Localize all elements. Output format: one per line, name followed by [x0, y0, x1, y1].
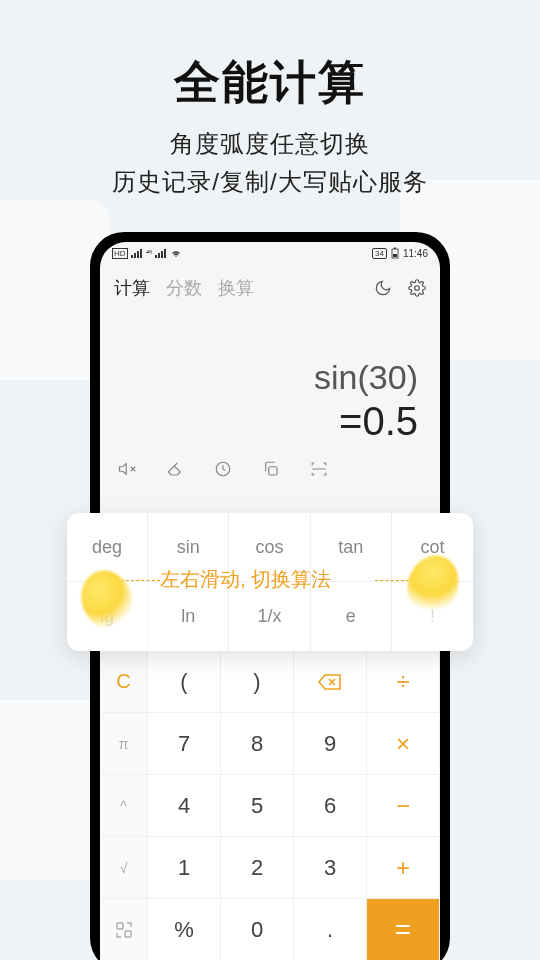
keypad: C ( ) ÷ π 7 8 9 × ^ 4 5 6 − √ 1 2 3 + % …: [100, 650, 440, 960]
key-8[interactable]: 8: [221, 712, 294, 774]
key-divide[interactable]: ÷: [367, 650, 440, 712]
key-6[interactable]: 6: [294, 774, 367, 836]
key-multiply[interactable]: ×: [367, 712, 440, 774]
key-clear[interactable]: C: [100, 650, 148, 712]
scan-icon[interactable]: [310, 460, 328, 478]
expression-text: sin(30): [122, 358, 418, 397]
mute-icon[interactable]: [118, 460, 136, 478]
key-plus[interactable]: +: [367, 836, 440, 898]
battery-level: 34: [372, 248, 387, 259]
key-lparen[interactable]: (: [148, 650, 221, 712]
status-bar: HD ⁴⁶ 34 11:46: [100, 242, 440, 264]
key-7[interactable]: 7: [148, 712, 221, 774]
key-percent[interactable]: %: [148, 898, 221, 960]
history-icon[interactable]: [214, 460, 232, 478]
hero: 全能计算 角度弧度任意切换 历史记录/复制/大写贴心服务: [0, 0, 540, 198]
hero-subtitle-2: 历史记录/复制/大写贴心服务: [0, 166, 540, 198]
key-equals[interactable]: =: [367, 898, 440, 960]
moon-icon[interactable]: [374, 279, 392, 297]
svg-rect-8: [269, 467, 277, 475]
wifi-icon: [170, 248, 182, 258]
network-icon: ⁴⁶: [146, 249, 152, 258]
svg-rect-13: [125, 931, 131, 937]
svg-rect-12: [117, 923, 123, 929]
key-5[interactable]: 5: [221, 774, 294, 836]
key-pi[interactable]: π: [100, 712, 148, 774]
hero-title: 全能计算: [0, 52, 540, 114]
key-rparen[interactable]: ): [221, 650, 294, 712]
key-expand[interactable]: [100, 898, 148, 960]
svg-line-6: [174, 463, 177, 466]
hd-icon: HD: [112, 248, 128, 259]
key-4[interactable]: 4: [148, 774, 221, 836]
top-bar: 计算 分数 换算: [100, 264, 440, 308]
key-backspace[interactable]: [294, 650, 367, 712]
key-9[interactable]: 9: [294, 712, 367, 774]
key-1[interactable]: 1: [148, 836, 221, 898]
key-sqrt[interactable]: √: [100, 836, 148, 898]
copy-icon[interactable]: [262, 460, 280, 478]
hero-subtitle-1: 角度弧度任意切换: [0, 128, 540, 160]
tab-fraction[interactable]: 分数: [166, 276, 202, 300]
tab-convert[interactable]: 换算: [218, 276, 254, 300]
signal-icon: [155, 248, 167, 258]
battery-icon: [391, 247, 399, 259]
key-2[interactable]: 2: [221, 836, 294, 898]
clock-text: 11:46: [403, 248, 428, 259]
tab-calculate[interactable]: 计算: [114, 276, 150, 300]
svg-rect-2: [394, 248, 396, 250]
swipe-hint: 左右滑动, 切换算法: [160, 566, 331, 593]
key-dot[interactable]: .: [294, 898, 367, 960]
tools-row: [100, 450, 440, 488]
key-power[interactable]: ^: [100, 774, 148, 836]
display-area: sin(30) =0.5: [100, 308, 440, 450]
key-3[interactable]: 3: [294, 836, 367, 898]
erase-icon[interactable]: [166, 460, 184, 478]
key-minus[interactable]: −: [367, 774, 440, 836]
result-text: =0.5: [122, 399, 418, 444]
key-0[interactable]: 0: [221, 898, 294, 960]
gear-icon[interactable]: [408, 279, 426, 297]
signal-icon: [131, 248, 143, 258]
svg-point-3: [415, 286, 420, 291]
svg-rect-1: [393, 254, 397, 257]
